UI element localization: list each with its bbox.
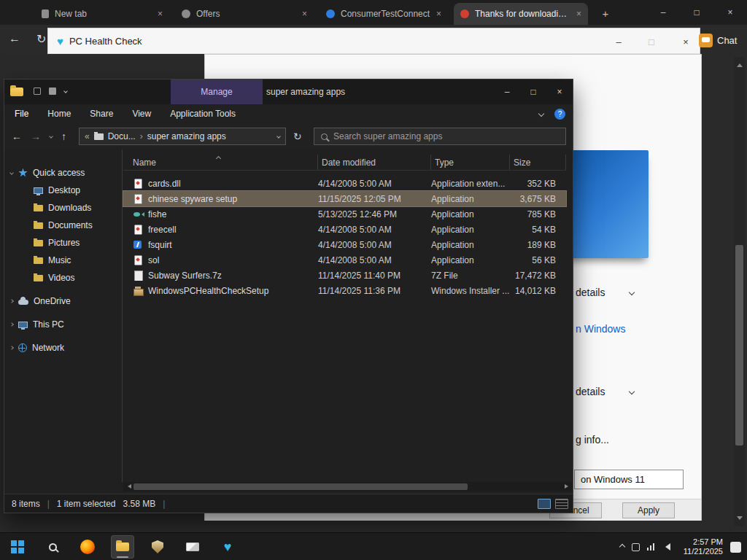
address-dropdown-icon[interactable] [276,134,281,139]
file-row[interactable]: fsquirt 4/14/2008 5:00 AM Application 18… [123,237,566,252]
file-row-selected[interactable]: chinese spyware setup 11/15/2025 12:05 P… [123,191,566,206]
column-header-name[interactable]: Name [123,155,318,170]
close-tab-icon[interactable]: × [576,9,581,19]
overflow-icon[interactable]: « [85,131,90,141]
sidebar-item-pictures[interactable]: Pictures [4,234,122,252]
explorer-minimize-button[interactable]: – [494,79,520,104]
explorer-maximize-button[interactable]: □ [520,79,546,104]
close-tab-icon[interactable]: × [436,9,441,19]
browser-minimize-button[interactable]: – [646,0,680,25]
horizontal-scrollbar[interactable] [123,482,573,491]
tab-file[interactable]: File [15,109,28,119]
file-row[interactable]: WindowsPCHealthCheckSetup 11/14/2025 11:… [123,283,566,298]
sidebar-item-music[interactable]: Music [4,252,122,269]
apply-button[interactable]: Apply [622,502,675,518]
ribbon-collapse-icon[interactable] [538,111,544,117]
file-row[interactable]: freecell 4/14/2008 5:00 AM Application 5… [123,222,566,237]
tray-app-icon[interactable] [632,543,640,551]
file-row[interactable]: cards.dll 4/14/2008 5:00 AM Application … [123,176,566,191]
taskbar-mail-button[interactable] [181,535,204,559]
windows11-box[interactable]: on Windows 11 [574,470,684,489]
windows-link[interactable]: n Windows [576,323,625,335]
qat-icon[interactable] [49,88,56,95]
large-icons-view-button[interactable] [555,499,568,509]
pchc-close-button[interactable]: × [673,28,698,55]
tab-application-tools[interactable]: Application Tools [170,109,236,119]
sidebar-item-onedrive[interactable]: OneDrive [4,292,122,310]
chevron-right-icon[interactable] [9,322,14,327]
scrollbar-thumb[interactable] [133,483,468,490]
browser-tab-new-tab[interactable]: New tab × [35,3,169,25]
tray-overflow-icon[interactable] [619,544,624,550]
close-tab-icon[interactable]: × [302,9,307,19]
scroll-right-icon[interactable] [565,484,570,489]
qat-icon[interactable] [34,88,41,95]
sidebar-item-network[interactable]: Network [4,339,122,357]
forward-icon[interactable]: → [31,131,41,142]
network-icon[interactable] [647,543,655,551]
taskbar-firefox-button[interactable] [76,535,99,559]
close-tab-icon[interactable]: × [158,9,163,19]
volume-icon[interactable] [662,543,670,551]
up-icon[interactable]: ↑ [61,131,66,142]
scroll-down-icon[interactable] [737,516,743,523]
browser-tab-thanks-for-downloading[interactable]: Thanks for downloading... × [454,3,588,25]
breadcrumb-segment[interactable]: super amazing apps [147,131,226,141]
new-tab-button[interactable]: + [598,6,613,20]
sidebar-item-documents[interactable]: Documents [4,217,122,234]
file-row[interactable]: Subway Surfers.7z 11/14/2025 11:40 PM 7Z… [123,268,566,283]
sidebar-item-desktop[interactable]: Desktop [4,182,122,199]
onedrive-cloud-icon [18,300,28,305]
browser-maximize-button[interactable]: □ [680,0,713,25]
column-header-type[interactable]: Type [431,155,510,170]
help-icon[interactable]: ? [554,109,565,120]
chat-button[interactable]: Chat [699,29,737,51]
sidebar-item-quick-access[interactable]: Quick access [4,164,122,182]
file-row[interactable]: fishe 5/13/2025 12:46 PM Application 785… [123,206,566,222]
chevron-right-icon[interactable] [9,299,14,303]
pchc-maximize-button[interactable]: □ [639,28,664,55]
column-header-size[interactable]: Size [510,155,566,170]
taskbar-security-button[interactable] [146,535,169,559]
chevron-down-icon[interactable] [9,171,14,175]
browser-back-icon[interactable]: ← [9,32,20,45]
column-header-date-modified[interactable]: Date modified [318,155,431,170]
file-row[interactable]: sol 4/14/2008 5:00 AM Application 56 KB [123,252,566,268]
taskbar-search-button[interactable] [41,535,64,559]
scroll-up-icon[interactable] [737,61,743,67]
browser-close-button[interactable]: × [713,0,747,25]
search-input[interactable] [333,131,559,141]
details-view-button[interactable] [538,499,551,509]
sidebar-item-this-pc[interactable]: This PC [4,316,122,333]
details-expander[interactable]: details [576,287,634,298]
sidebar-item-videos[interactable]: Videos [4,269,122,287]
scrollbar-thumb[interactable] [735,245,743,446]
chevron-right-icon[interactable] [9,346,14,350]
recent-locations-icon[interactable] [49,134,53,139]
scroll-left-icon[interactable] [125,484,131,489]
taskbar-pc-health-check-button[interactable]: ♥ [216,535,239,559]
browser-refresh-icon[interactable]: ↻ [36,32,46,46]
back-icon[interactable]: ← [12,131,22,142]
address-bar[interactable]: « Docu... › super amazing apps [79,128,286,145]
tab-share[interactable]: Share [90,109,113,119]
items-count: 8 items [12,499,40,509]
browser-scrollbar[interactable] [734,57,745,526]
refresh-icon[interactable]: ↻ [293,123,302,149]
explorer-close-button[interactable]: × [546,79,573,104]
taskbar-clock[interactable]: 2:57 PM 11/21/2025 [678,537,723,556]
browser-tab-consumertestconnect[interactable]: ConsumerTestConnect × [320,3,448,25]
search-box[interactable] [314,128,566,145]
notification-center-icon[interactable] [730,542,741,553]
browser-tab-offers[interactable]: Offers × [175,3,314,25]
details-expander[interactable]: details [576,386,634,397]
pchc-minimize-button[interactable]: – [606,28,631,55]
tab-view[interactable]: View [132,109,151,119]
start-button[interactable] [6,535,29,559]
chevron-down-icon[interactable] [63,89,68,93]
breadcrumb-segment[interactable]: Docu... [108,131,136,141]
manage-contextual-tab[interactable]: Manage [171,79,263,104]
sidebar-item-downloads[interactable]: Downloads [4,199,122,217]
tab-home[interactable]: Home [47,109,71,119]
taskbar-file-explorer-button[interactable] [111,535,134,559]
